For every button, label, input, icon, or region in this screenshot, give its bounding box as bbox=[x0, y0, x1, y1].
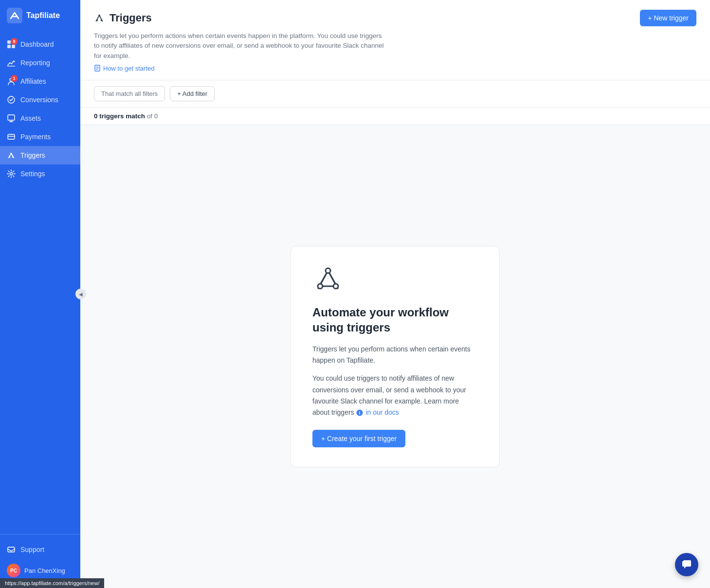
book-icon bbox=[94, 65, 101, 72]
empty-card: Automate your workflow using triggers Tr… bbox=[291, 246, 500, 467]
sidebar-item-label: Payments bbox=[20, 133, 51, 141]
sidebar-item-affiliates[interactable]: Affiliates 1 bbox=[0, 72, 80, 91]
page-title: Triggers bbox=[94, 12, 152, 24]
user-name: Pan ChenXing bbox=[24, 567, 65, 574]
sidebar-item-assets[interactable]: Assets bbox=[0, 109, 80, 128]
reporting-icon bbox=[7, 58, 16, 67]
svg-point-23 bbox=[359, 411, 360, 412]
page-title-row: Triggers + New trigger bbox=[94, 10, 696, 26]
empty-card-icon bbox=[312, 266, 478, 295]
svg-rect-5 bbox=[7, 66, 15, 67]
svg-point-10 bbox=[9, 156, 10, 158]
match-count-bold: 0 triggers match bbox=[94, 112, 145, 120]
info-icon bbox=[356, 409, 363, 416]
sidebar-item-label: Conversions bbox=[20, 96, 58, 104]
sidebar-item-label: Assets bbox=[20, 114, 41, 122]
conversions-icon bbox=[7, 95, 16, 104]
page-title-text: Triggers bbox=[109, 12, 152, 24]
assets-icon bbox=[7, 114, 16, 123]
docs-link[interactable]: in our docs bbox=[365, 407, 399, 418]
status-url: https://app.tapfiliate.com/a/triggers/ne… bbox=[5, 580, 99, 586]
svg-rect-8 bbox=[8, 115, 15, 120]
sidebar-item-conversions[interactable]: Conversions bbox=[0, 91, 80, 109]
match-count-normal: of 0 bbox=[145, 112, 158, 120]
empty-card-text2: You could use triggers to notify affilia… bbox=[312, 373, 478, 418]
collapse-button[interactable]: ◀ bbox=[75, 289, 86, 299]
svg-rect-1 bbox=[7, 40, 11, 44]
new-trigger-button[interactable]: + New trigger bbox=[640, 10, 696, 26]
workflow-trigger-icon bbox=[312, 266, 344, 293]
chat-icon bbox=[681, 559, 692, 570]
triggers-icon bbox=[7, 151, 16, 160]
page-description: Triggers let you perform actions when ce… bbox=[94, 31, 386, 61]
sidebar-item-label: Affiliates bbox=[20, 77, 46, 85]
how-to-link[interactable]: How to get started bbox=[94, 65, 696, 72]
status-bar: https://app.tapfiliate.com/a/triggers/ne… bbox=[0, 578, 104, 588]
sidebar: Tapfiliate Dashboard 8 Reporting bbox=[0, 0, 80, 588]
svg-point-17 bbox=[98, 15, 100, 17]
settings-icon bbox=[7, 169, 16, 178]
chat-button[interactable] bbox=[675, 553, 698, 576]
svg-rect-4 bbox=[12, 45, 15, 48]
sidebar-item-dashboard[interactable]: Dashboard 8 bbox=[0, 35, 80, 54]
sidebar-item-label: Triggers bbox=[20, 151, 45, 159]
svg-point-21 bbox=[326, 268, 330, 273]
logo-icon bbox=[7, 8, 22, 23]
svg-rect-9 bbox=[8, 134, 15, 139]
add-filter-button[interactable]: + Add filter bbox=[170, 86, 215, 101]
avatar: PC bbox=[7, 564, 20, 577]
sidebar-logo[interactable]: Tapfiliate bbox=[0, 0, 80, 31]
svg-point-15 bbox=[96, 19, 98, 21]
how-to-text: How to get started bbox=[103, 65, 155, 72]
content-area: Automate your workflow using triggers Tr… bbox=[80, 125, 710, 588]
sidebar-item-reporting[interactable]: Reporting bbox=[0, 54, 80, 72]
page-title-icon bbox=[94, 13, 105, 23]
main-content: Triggers + New trigger Triggers let you … bbox=[80, 0, 710, 588]
svg-point-13 bbox=[10, 173, 13, 175]
sidebar-item-label: Settings bbox=[20, 170, 45, 178]
svg-point-11 bbox=[12, 156, 14, 158]
filter-bar: That match all filters + Add filter bbox=[80, 80, 710, 108]
sidebar-item-label: Reporting bbox=[20, 59, 50, 67]
sidebar-navigation: Dashboard 8 Reporting Affiliates 1 bbox=[0, 31, 80, 534]
support-item[interactable]: Support bbox=[0, 540, 80, 559]
support-label: Support bbox=[20, 546, 44, 553]
affiliates-badge: 1 bbox=[11, 75, 18, 82]
match-count-bar: 0 triggers match of 0 bbox=[80, 108, 710, 125]
support-icon bbox=[7, 545, 16, 554]
svg-point-16 bbox=[101, 19, 103, 21]
svg-rect-3 bbox=[7, 45, 11, 48]
create-trigger-button[interactable]: + Create your first trigger bbox=[312, 430, 405, 447]
match-all-filters-button[interactable]: That match all filters bbox=[94, 86, 165, 101]
sidebar-item-label: Dashboard bbox=[20, 40, 54, 48]
empty-card-text1: Triggers let you perform actions when ce… bbox=[312, 344, 478, 366]
sidebar-item-payments[interactable]: Payments bbox=[0, 128, 80, 146]
dashboard-badge: 8 bbox=[11, 38, 18, 45]
logo-text: Tapfiliate bbox=[26, 11, 60, 20]
sidebar-item-triggers[interactable]: Triggers bbox=[0, 146, 80, 165]
svg-point-12 bbox=[11, 153, 12, 154]
empty-card-title: Automate your workflow using triggers bbox=[312, 305, 478, 335]
svg-rect-0 bbox=[7, 8, 22, 23]
page-header: Triggers + New trigger Triggers let you … bbox=[80, 0, 710, 80]
sidebar-item-settings[interactable]: Settings bbox=[0, 165, 80, 183]
payments-icon bbox=[7, 132, 16, 141]
